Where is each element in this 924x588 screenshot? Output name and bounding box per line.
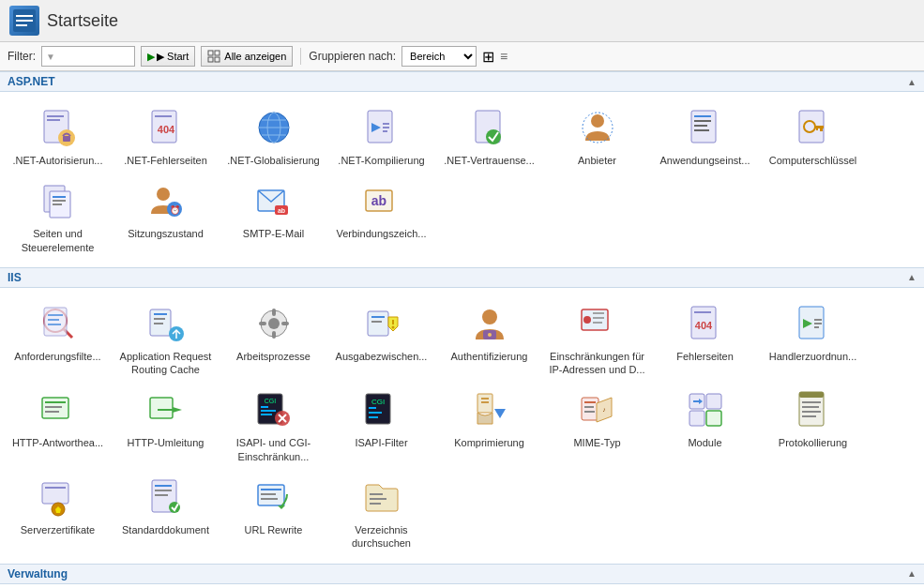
svg-rect-135	[42, 483, 68, 504]
protokollierung-icon	[791, 387, 836, 432]
svg-point-79	[488, 333, 492, 337]
list-item[interactable]: Arbeitsprozesse	[220, 295, 327, 383]
svg-rect-55	[44, 308, 67, 336]
svg-point-66	[268, 318, 280, 329]
list-item[interactable]: Application Request Routing Cache	[112, 295, 220, 383]
list-item[interactable]: URL Rewrite	[220, 469, 327, 556]
toolbar-separator	[300, 48, 301, 65]
svg-rect-24	[383, 127, 389, 128]
svg-rect-136	[45, 487, 66, 489]
label: URL Rewrite	[245, 523, 303, 536]
svg-rect-102	[261, 406, 268, 408]
list-item[interactable]: HTTP-Umleitung	[112, 382, 220, 469]
list-item[interactable]: .NET-Autorisierun...	[4, 99, 112, 173]
group-by-select[interactable]: Bereich	[401, 46, 477, 67]
anbieter-icon	[575, 105, 620, 150]
list-item[interactable]: Module	[651, 382, 759, 469]
label: Ausgabezwischen...	[336, 350, 428, 363]
label: Application Request Routing Cache	[115, 350, 216, 377]
list-item[interactable]: .NET-Globalisierung	[220, 99, 327, 173]
svg-rect-144	[261, 489, 281, 490]
list-item[interactable]: 404 Fehlerseiten	[651, 295, 759, 383]
chevron-up-icon-verwaltung: ▲	[907, 568, 916, 579]
list-item[interactable]: ⏰ Sitzungszustand	[112, 173, 220, 260]
list-item[interactable]: Seiten und Steuerelemente	[4, 173, 112, 260]
einschraenkungen-icon	[575, 301, 620, 346]
svg-rect-149	[370, 498, 386, 500]
svg-text:404: 404	[694, 320, 712, 331]
list-item[interactable]: Protokollierung	[759, 382, 867, 469]
svg-rect-12	[63, 136, 70, 142]
section-header-iis[interactable]: IIS ▲	[0, 267, 924, 288]
list-item[interactable]: Standarddokument	[112, 469, 220, 556]
section-header-aspnet[interactable]: ASP.NET ▲	[0, 71, 924, 92]
list-item[interactable]: CGI ISAPI- und CGI-Einschränkun...	[220, 382, 327, 469]
fehlerseiten-icon: 404	[683, 301, 728, 346]
iis-icons-grid: Anforderungsfilte... Application Reques	[0, 288, 924, 564]
list-item[interactable]: .NET-Kompilierung	[327, 99, 435, 173]
list-item[interactable]: Anbieter	[543, 99, 651, 173]
label: HTTP-Umleitung	[128, 436, 204, 449]
section-header-verwaltung[interactable]: Verwaltung ▲	[0, 564, 924, 584]
verzeichnis-durchsuchen-icon	[359, 475, 404, 520]
show-all-button[interactable]: Alle anzeigen	[201, 46, 293, 67]
list-item[interactable]: 404 .NET-Fehlerseiten	[112, 99, 220, 173]
list-item[interactable]: CGI ISAPI-Filter	[327, 382, 435, 469]
url-rewrite-icon	[251, 475, 296, 520]
title-bar: Startseite	[0, 0, 924, 42]
list-item[interactable]: Anforderungsfilte...	[4, 295, 112, 383]
start-button[interactable]: ▶ ▶ Start	[141, 46, 195, 67]
svg-rect-132	[802, 406, 819, 408]
list-item[interactable]: ♪ MIME-Typ	[543, 382, 651, 469]
list-item[interactable]: Serverzertifikate	[4, 469, 112, 556]
svg-rect-5	[215, 51, 220, 55]
list-item[interactable]: Einschränkungen für IP-Adressen und D...	[543, 295, 651, 383]
svg-rect-62	[154, 323, 163, 324]
label: Handlerzuordnun...	[769, 350, 857, 363]
list-item[interactable]: Authentifizierung	[435, 295, 543, 383]
svg-rect-10	[47, 119, 60, 121]
svg-point-77	[482, 309, 497, 324]
group-by-label: Gruppieren nach:	[309, 50, 396, 63]
label: Verzeichnis durchsuchen	[331, 523, 432, 550]
view-icon-2[interactable]: ≡	[500, 49, 507, 64]
list-item[interactable]: Komprimierung	[435, 382, 543, 469]
svg-rect-42	[53, 196, 66, 198]
list-item[interactable]: Handlerzuordnun...	[759, 295, 867, 383]
svg-text:ab: ab	[277, 207, 284, 214]
label: Einschränkungen für IP-Adressen und D...	[547, 350, 647, 377]
svg-rect-120	[584, 411, 595, 413]
svg-rect-86	[694, 311, 711, 313]
svg-rect-145	[261, 493, 276, 495]
label: ISAPI-Filter	[355, 436, 407, 449]
label: SMTP-E-Mail	[243, 227, 304, 240]
list-item[interactable]: Anwendungseinst...	[651, 99, 759, 173]
anwendungseinst-icon	[683, 105, 728, 150]
aspnet-icons-grid: .NET-Autorisierun... 404 .NET-Fehlerseit…	[0, 92, 924, 267]
section-iis: IIS ▲ Anforderungsfilte...	[0, 267, 924, 564]
verbindungszeich-icon: ab	[359, 178, 404, 223]
label: ISAPI- und CGI-Einschränkun...	[223, 436, 324, 463]
standarddokument-icon	[144, 475, 189, 520]
svg-rect-114	[481, 398, 489, 400]
svg-rect-31	[694, 115, 711, 117]
main-content: ASP.NET ▲ .NET-Autorisierun...	[0, 71, 924, 584]
label: Arbeitsprozesse	[236, 350, 311, 363]
svg-rect-118	[584, 401, 596, 403]
list-item[interactable]: ab SMTP-E-Mail	[220, 173, 327, 260]
filter-input[interactable]: ▼	[41, 46, 135, 67]
svg-point-45	[157, 188, 170, 201]
svg-rect-70	[281, 322, 289, 325]
label: Anwendungseinst...	[659, 154, 750, 167]
list-item[interactable]: Ausgabezwischen...	[327, 295, 435, 383]
arbeitsprozesse-icon	[251, 301, 296, 346]
page-title: Startseite	[47, 11, 118, 31]
view-icon[interactable]: ⊞	[482, 48, 494, 66]
list-item[interactable]: ab Verbindungszeich...	[327, 173, 435, 260]
sitzungszustand-icon: ⏰	[144, 178, 189, 223]
list-item[interactable]: HTTP-Antworthea...	[4, 382, 112, 469]
list-item[interactable]: Verzeichnis durchsuchen	[327, 469, 435, 556]
list-item[interactable]: Computerschlüssel	[759, 99, 867, 173]
svg-rect-126	[706, 411, 721, 426]
list-item[interactable]: .NET-Vertrauense...	[435, 99, 543, 173]
